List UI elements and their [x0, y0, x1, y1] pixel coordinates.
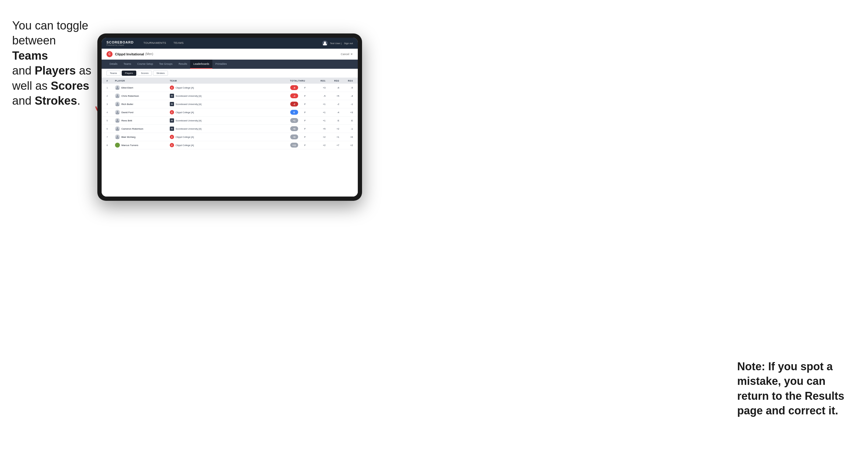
team-cell-3: SU Scoreboard University [A]: [170, 102, 280, 106]
rd3-2: -4: [339, 95, 353, 97]
rd2-1: -6: [326, 86, 339, 89]
rank-4: 4: [106, 111, 115, 114]
sub-tab-teams[interactable]: Teams: [106, 70, 121, 76]
rank-6: 6: [106, 127, 115, 130]
player-avatar-2: [115, 93, 120, 98]
col-rank: #: [106, 80, 115, 82]
right-annotation: Note: If you spot a mistake, you can ret…: [737, 359, 853, 418]
sign-out-button[interactable]: Sign out: [344, 42, 353, 45]
rd2-7: +1: [326, 136, 339, 138]
score-badge-5: +1: [290, 118, 298, 123]
player-cell-7: Blair McHarg: [115, 134, 170, 139]
team-name-8: Clippd College [A]: [176, 144, 194, 147]
tab-teams[interactable]: Teams: [121, 60, 134, 69]
tab-results[interactable]: Results: [176, 60, 190, 69]
logo-subtitle: Powered by clippd: [106, 44, 133, 46]
team-cell-4: C Clippd College [A]: [170, 110, 280, 115]
team-cell-5: SU Scoreboard University [A]: [170, 118, 280, 123]
sub-tab-players[interactable]: Players: [122, 70, 136, 76]
player-avatar-7: [115, 134, 120, 139]
scoreboard-logo: SCOREBOARD Powered by clippd: [106, 40, 133, 46]
total-5: +1: [280, 118, 298, 123]
tab-tee-groups[interactable]: Tee Groups: [156, 60, 176, 69]
rank-2: 2: [106, 95, 115, 97]
player-cell-6: Cameron Robertson: [115, 126, 170, 131]
team-cell-2: SU Scoreboard University [A]: [170, 94, 280, 98]
player-avatar-1: [115, 85, 120, 90]
team-name-2: Scoreboard University [A]: [176, 95, 202, 97]
team-name-5: Scoreboard University [A]: [176, 119, 202, 122]
team-name-6: Scoreboard University [A]: [176, 127, 202, 130]
tab-details[interactable]: Details: [106, 60, 121, 69]
table-row: 4 David Ford C Clippd College [A] E F +1…: [102, 108, 358, 117]
thru-3: F: [298, 103, 312, 105]
left-annotation: You can togglebetween Teamsand Players a…: [12, 18, 94, 108]
tournament-header: C Clippd Invitational (Men) Cancel ✕: [102, 49, 358, 60]
sub-tab-scores[interactable]: Scores: [137, 70, 152, 76]
team-name-7: Clippd College [A]: [176, 136, 194, 138]
tournament-gender: (Men): [145, 52, 153, 56]
rd1-7: +2: [312, 136, 326, 138]
nav-tournaments[interactable]: TOURNAMENTS: [140, 38, 170, 49]
col-rd1: RD1: [312, 80, 326, 82]
col-rd2: RD2: [326, 80, 339, 82]
player-name-8: Marcus Turners: [121, 144, 138, 147]
score-badge-7: +6: [290, 134, 298, 139]
rd1-6: +5: [312, 127, 326, 130]
nav-teams[interactable]: TEAMS: [170, 38, 187, 49]
team-logo-4: C: [170, 110, 174, 115]
player-name-1: Elliot Ebert: [121, 86, 133, 89]
score-badge-8: +11: [290, 143, 298, 148]
thru-2: F: [298, 95, 312, 97]
tab-course-setup[interactable]: Course Setup: [134, 60, 156, 69]
player-cell-8: Marcus Turners: [115, 143, 170, 148]
player-name-2: Chris Robertson: [121, 95, 139, 97]
rank-3: 3: [106, 103, 115, 105]
col-total: TOTAL: [280, 80, 298, 82]
player-cell-5: Rees Britt: [115, 118, 170, 123]
score-badge-3: -2: [290, 102, 298, 106]
player-avatar-8: [115, 143, 120, 148]
table-row: 7 Blair McHarg C Clippd College [A] +6 F…: [102, 133, 358, 141]
team-logo-7: C: [170, 135, 174, 139]
rd2-3: -2: [326, 103, 339, 105]
thru-8: F: [298, 144, 312, 147]
tablet-screen: SCOREBOARD Powered by clippd TOURNAMENTS…: [102, 38, 358, 196]
rd1-2: -5: [312, 95, 326, 97]
thru-6: F: [298, 127, 312, 130]
player-avatar-3: [115, 102, 120, 106]
team-name-1: Clippd College [A]: [176, 86, 194, 89]
cancel-button[interactable]: Cancel ✕: [341, 53, 353, 56]
total-2: -4: [280, 93, 298, 98]
tablet-frame: SCOREBOARD Powered by clippd TOURNAMENTS…: [97, 33, 362, 201]
rd3-3: -1: [339, 103, 353, 105]
rd3-4: +3: [339, 111, 353, 114]
table-row: 1 Elliot Ebert C Clippd College [A] -8 F…: [102, 84, 358, 92]
tab-navigation: Details Teams Course Setup Tee Groups Re…: [102, 60, 358, 69]
total-7: +6: [280, 134, 298, 139]
col-team: TEAM: [170, 80, 280, 82]
player-cell-4: David Ford: [115, 110, 170, 115]
tournament-name: Clippd Invitational: [115, 52, 144, 56]
user-avatar: [322, 40, 328, 46]
total-4: E: [280, 110, 298, 115]
table-row: 8 Marcus Turners C Clippd College [A] +1…: [102, 141, 358, 149]
team-cell-1: C Clippd College [A]: [170, 86, 280, 90]
rd2-5: E: [326, 119, 339, 122]
table-header: # PLAYER TEAM TOTAL THRU RD1 RD2 RD3: [102, 78, 358, 84]
player-name-4: David Ford: [121, 111, 133, 114]
tab-leaderboards[interactable]: Leaderboards: [190, 60, 212, 69]
rank-7: 7: [106, 136, 115, 138]
tab-printables[interactable]: Printables: [212, 60, 230, 69]
app-nav: TOURNAMENTS TEAMS: [140, 38, 322, 49]
team-cell-7: C Clippd College [A]: [170, 135, 280, 139]
rd3-8: +2: [339, 144, 353, 147]
table-row: 3 Rich Butler SU Scoreboard University […: [102, 100, 358, 108]
player-name-3: Rich Butler: [121, 103, 133, 105]
rd2-6: +2: [326, 127, 339, 130]
thru-5: F: [298, 119, 312, 122]
player-cell-1: Elliot Ebert: [115, 85, 170, 90]
sub-tab-strokes[interactable]: Strokes: [153, 70, 168, 76]
sub-tab-bar: Teams Players Scores Strokes: [102, 69, 358, 78]
rd1-8: +2: [312, 144, 326, 147]
